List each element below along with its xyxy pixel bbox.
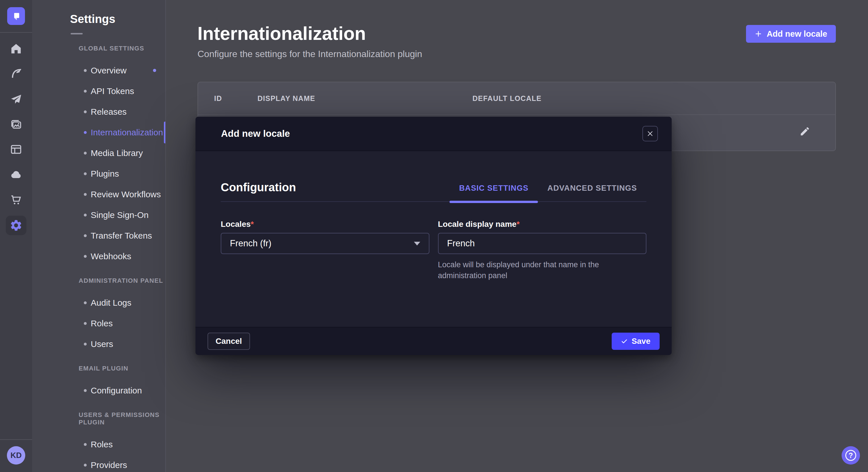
modal-header: Add new locale (195, 117, 672, 151)
close-modal-button[interactable] (642, 126, 658, 141)
sidebar-item-transfer-tokens[interactable]: Transfer Tokens (32, 225, 165, 246)
bullet-icon (84, 152, 87, 155)
main-nav-bar: KD (0, 0, 33, 472)
sidebar-item-label: Plugins (91, 169, 119, 179)
settings-gear-icon (9, 219, 23, 232)
column-header-default-locale: DEFAULT LOCALE (472, 94, 541, 103)
modal-title: Add new locale (221, 128, 290, 139)
sidebar-item-media-library[interactable]: Media Library (32, 143, 165, 164)
display-name-field: Locale display name* Locale will be disp… (438, 220, 647, 281)
save-button[interactable]: Save (612, 333, 660, 350)
pencil-icon (799, 126, 810, 137)
sidebar-item-label: Review Workflows (91, 190, 161, 199)
edit-locale-button[interactable] (799, 126, 811, 137)
chevron-down-icon (414, 242, 420, 245)
sidebar-item-label: Providers (91, 460, 127, 470)
sidebar-item-label: Configuration (91, 386, 142, 396)
bullet-icon (84, 172, 87, 175)
sidebar-item-label: Roles (91, 440, 113, 449)
cart-icon[interactable] (9, 193, 23, 206)
media-library-icon[interactable] (9, 118, 23, 131)
modal-footer: Cancel Save (195, 327, 672, 355)
display-name-input[interactable] (438, 233, 647, 254)
paper-plane-icon[interactable] (9, 93, 23, 106)
sidebar-item-label: Media Library (91, 148, 143, 158)
strapi-logo-glyph (10, 10, 22, 22)
notification-dot (153, 69, 156, 72)
bullet-icon (84, 322, 87, 325)
locales-select-value: French (fr) (230, 238, 272, 248)
sidebar-item-roles[interactable]: Roles (32, 434, 165, 455)
check-icon (621, 338, 628, 345)
feather-icon[interactable] (9, 67, 23, 80)
tab-basic-settings[interactable]: BASIC SETTINGS (450, 184, 538, 201)
sidebar-item-releases[interactable]: Releases (32, 102, 165, 122)
locales-label: Locales* (221, 220, 429, 229)
question-mark-icon: ? (845, 450, 856, 461)
locales-select[interactable]: French (fr) (221, 233, 429, 254)
locales-field: Locales* French (fr) (221, 220, 429, 281)
sidebar-item-providers[interactable]: Providers (32, 455, 165, 472)
plus-icon (755, 30, 762, 38)
sidebar-item-webhooks[interactable]: Webhooks (32, 246, 165, 267)
bullet-icon (84, 301, 87, 304)
cancel-button[interactable]: Cancel (208, 333, 250, 350)
save-button-label: Save (632, 337, 650, 346)
bullet-icon (84, 69, 87, 72)
bullet-icon (84, 110, 87, 113)
sidebar-item-label: Audit Logs (91, 298, 131, 308)
sidebar-item-configuration[interactable]: Configuration (32, 380, 165, 401)
sidebar-item-roles[interactable]: Roles (32, 313, 165, 334)
sidebar-item-users[interactable]: Users (32, 334, 165, 355)
sidebar-item-api-tokens[interactable]: API Tokens (32, 81, 165, 102)
cloud-icon[interactable] (9, 168, 23, 181)
nav-item-settings[interactable] (6, 216, 26, 235)
bullet-icon (84, 214, 87, 216)
sidebar-section: EMAIL PLUGINConfiguration (32, 365, 165, 401)
bullet-icon (84, 464, 87, 467)
iconbar-divider (0, 439, 32, 440)
sidebar-section-label: ADMINISTRATION PANEL (79, 277, 165, 284)
bullet-icon (84, 90, 87, 93)
locales-label-text: Locales (221, 220, 251, 229)
sidebar-item-label: Webhooks (91, 251, 131, 261)
modal-fields-row: Locales* French (fr) Locale display name… (221, 220, 646, 281)
sidebar-item-label: Single Sign-On (91, 210, 149, 220)
sidebar-item-overview[interactable]: Overview (32, 60, 165, 81)
app-logo-wrap[interactable] (0, 0, 32, 33)
sidebar-item-plugins[interactable]: Plugins (32, 164, 165, 184)
bullet-icon (84, 389, 87, 392)
sidebar-section-label: USERS & PERMISSIONS PLUGIN (79, 411, 165, 426)
sidebar-item-internationalization[interactable]: Internationalization (32, 122, 165, 143)
sidebar-item-label: Transfer Tokens (91, 231, 152, 241)
column-header-display-name: DISPLAY NAME (257, 94, 472, 103)
bullet-icon (84, 131, 87, 134)
strapi-logo-icon (7, 7, 25, 25)
column-header-id: ID (214, 94, 257, 103)
add-locale-modal: Add new locale Configuration BASIC SETTI… (195, 117, 672, 355)
sidebar-item-label: API Tokens (91, 86, 134, 96)
modal-body: Configuration BASIC SETTINGS ADVANCED SE… (195, 151, 672, 281)
sidebar-item-review-workflows[interactable]: Review Workflows (32, 184, 165, 205)
sidebar-title: Settings (70, 12, 165, 26)
home-icon[interactable] (9, 42, 23, 55)
avatar[interactable]: KD (7, 446, 25, 465)
sidebar-section: ADMINISTRATION PANELAudit LogsRolesUsers (32, 277, 165, 355)
sidebar-section-label: EMAIL PLUGIN (79, 365, 165, 372)
sidebar-item-audit-logs[interactable]: Audit Logs (32, 293, 165, 313)
sidebar-section-label: GLOBAL SETTINGS (79, 45, 165, 52)
page-title: Internationalization (197, 23, 366, 44)
configuration-title: Configuration (221, 181, 296, 194)
sidebar-item-label: Internationalization (91, 128, 163, 137)
display-name-label-text: Locale display name (438, 220, 517, 229)
active-indicator (164, 122, 166, 143)
settings-sidebar: Settings GLOBAL SETTINGSOverviewAPI Toke… (32, 0, 166, 472)
configuration-header-row: Configuration BASIC SETTINGS ADVANCED SE… (221, 151, 646, 202)
required-asterisk: * (516, 220, 520, 229)
help-button[interactable]: ? (842, 446, 860, 465)
add-new-locale-button[interactable]: Add new locale (746, 25, 836, 43)
tab-advanced-settings[interactable]: ADVANCED SETTINGS (538, 184, 646, 201)
sidebar-item-single-sign-on[interactable]: Single Sign-On (32, 205, 165, 225)
sidebar-item-label: Releases (91, 107, 127, 117)
layout-icon[interactable] (9, 143, 23, 156)
